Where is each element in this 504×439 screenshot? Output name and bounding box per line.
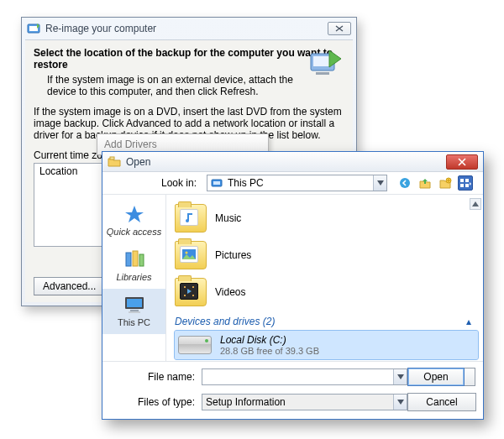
svg-rect-5	[110, 157, 114, 159]
places-bar: Quick access Libraries This PC	[102, 195, 166, 361]
svg-rect-27	[184, 295, 186, 296]
libraries-icon	[104, 248, 164, 270]
chevron-down-icon[interactable]	[393, 395, 407, 410]
folder-label: Videos	[215, 286, 245, 298]
svg-rect-13	[465, 184, 469, 187]
wizard-heading: Select the location of the backup for th…	[34, 47, 344, 71]
svg-marker-14	[125, 206, 144, 222]
folder-icon	[175, 278, 207, 306]
lookin-value: This PC	[228, 177, 264, 189]
lookin-label: Look in:	[102, 177, 202, 189]
wizard-illustration	[307, 45, 344, 82]
filetype-label: Files of type:	[102, 396, 202, 408]
wizard-titlebar[interactable]: Re-image your computer	[22, 18, 356, 39]
drive-freespace: 28.8 GB free of 39.3 GB	[220, 346, 319, 356]
filename-label: File name:	[102, 371, 202, 383]
open-title: Open	[126, 156, 150, 168]
svg-rect-10	[460, 179, 464, 182]
folder-pictures[interactable]: Pictures	[175, 237, 478, 274]
folder-icon	[175, 241, 207, 269]
folder-label: Pictures	[215, 249, 251, 261]
wizard-subtext: If the system image is on an external de…	[47, 74, 299, 97]
new-folder-icon[interactable]	[438, 175, 453, 191]
cancel-button[interactable]: Cancel	[407, 393, 476, 411]
svg-rect-7	[213, 181, 220, 185]
wizard-close-button[interactable]	[328, 22, 351, 35]
drive-name: Local Disk (C:)	[220, 334, 319, 346]
svg-rect-11	[465, 179, 469, 182]
place-this-pc[interactable]: This PC	[102, 289, 165, 334]
section-label: Devices and drives (2)	[175, 316, 275, 327]
svg-rect-21	[129, 311, 140, 313]
lookin-row: Look in: This PC	[102, 172, 483, 194]
wizard-app-icon	[27, 22, 40, 35]
views-menu-icon[interactable]	[458, 175, 473, 191]
advanced-button[interactable]: Advanced...	[34, 277, 105, 295]
folder-music[interactable]: Music	[175, 200, 478, 237]
picture-icon	[180, 246, 198, 263]
video-icon	[180, 283, 198, 300]
open-titlebar[interactable]: Open	[102, 152, 483, 172]
filetype-combobox[interactable]: Setup Information	[202, 394, 407, 410]
lookin-dropdown[interactable]: This PC	[207, 175, 387, 191]
open-split-dropdown[interactable]	[465, 368, 475, 386]
filetype-value: Setup Information	[206, 396, 286, 408]
folder-icon	[175, 204, 207, 233]
place-quick-access[interactable]: Quick access	[102, 198, 165, 243]
wizard-title: Re-image your computer	[45, 23, 156, 34]
quick-access-icon	[104, 203, 164, 225]
this-pc-icon	[104, 294, 164, 316]
collapse-caret-icon[interactable]: ▴	[466, 316, 471, 327]
svg-rect-15	[126, 253, 131, 266]
up-one-level-icon[interactable]	[417, 175, 433, 191]
svg-rect-1	[29, 26, 38, 31]
svg-rect-20	[130, 310, 139, 311]
svg-point-8	[400, 178, 410, 188]
svg-rect-4	[316, 72, 329, 75]
svg-point-23	[186, 252, 188, 254]
svg-rect-19	[127, 299, 142, 307]
add-drivers-title: Add Drivers	[104, 138, 157, 150]
place-label: Libraries	[104, 272, 164, 282]
open-dialog-footer: File name: Open Files of type: Setup Inf…	[102, 361, 483, 419]
svg-rect-17	[139, 254, 144, 266]
file-listing[interactable]: Music Pictures Videos Dev	[166, 195, 483, 361]
place-libraries[interactable]: Libraries	[102, 243, 165, 289]
devices-section-header[interactable]: Devices and drives (2) ▴	[175, 316, 478, 327]
lookin-toolbar	[397, 175, 473, 191]
drive-boot-x[interactable]: Boot (X:) 506 MB free of 509 MB	[175, 359, 478, 361]
svg-rect-28	[192, 295, 194, 296]
filename-combobox[interactable]	[202, 368, 407, 385]
folder-videos[interactable]: Videos	[175, 274, 478, 311]
chevron-down-icon[interactable]	[393, 369, 407, 384]
open-button[interactable]: Open	[407, 368, 465, 386]
chevron-down-icon[interactable]	[373, 175, 386, 191]
drive-local-disk-c[interactable]: Local Disk (C:) 28.8 GB free of 39.3 GB	[175, 331, 478, 359]
svg-rect-25	[184, 286, 186, 288]
open-app-icon	[108, 155, 121, 169]
svg-rect-12	[460, 184, 464, 187]
svg-rect-26	[192, 286, 194, 288]
open-close-button[interactable]	[446, 154, 478, 170]
hard-drive-icon	[178, 336, 212, 354]
scroll-up-button[interactable]	[470, 198, 481, 210]
back-icon[interactable]	[397, 175, 412, 191]
place-label: This PC	[104, 317, 164, 327]
svg-rect-16	[133, 251, 138, 266]
place-label: Quick access	[104, 227, 164, 237]
folder-label: Music	[215, 212, 241, 224]
music-note-icon	[180, 209, 198, 226]
open-dialog: Open Look in: This PC	[102, 151, 484, 420]
